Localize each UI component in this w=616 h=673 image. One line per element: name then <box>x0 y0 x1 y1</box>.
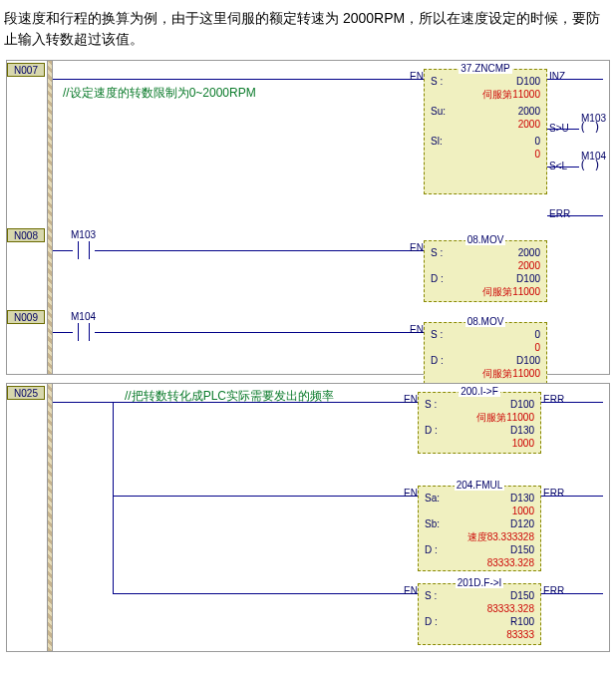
wire <box>95 332 424 333</box>
block-title: 08.MOV <box>431 315 540 328</box>
wire <box>53 402 113 403</box>
wire <box>53 332 73 333</box>
ladder-diagram-1: N007 //设定速度的转数限制为0~2000RPM EN 37.ZNCMP S… <box>6 60 610 375</box>
contact-m103-label: M103 <box>71 229 96 240</box>
pin-en: EN <box>404 585 418 596</box>
wire <box>547 167 579 168</box>
pin-en: EN <box>410 324 424 335</box>
rung-n009: N009 <box>7 310 45 324</box>
wire <box>541 496 603 497</box>
pin-en: EN <box>410 71 424 82</box>
pin-en: EN <box>410 242 424 253</box>
wire <box>113 402 114 593</box>
block-title: 08.MOV <box>431 233 540 246</box>
wire <box>547 129 579 130</box>
block-ftoi: 201D.F->I S :D150 83333.328 D :R100 8333… <box>418 583 541 645</box>
block-title: 204.FMUL <box>425 479 534 492</box>
wire <box>53 79 424 80</box>
rung-n008: N008 <box>7 228 45 242</box>
block-title: 201D.F->I <box>425 576 534 589</box>
ladder-diagram-2: N025 //把转数转化成PLC实际需要发出的频率 EN 200.I->F S … <box>6 383 610 652</box>
contact-m104-label: M104 <box>71 311 96 322</box>
rung-n025: N025 <box>7 386 45 400</box>
wire <box>113 496 418 497</box>
block-title: 37.ZNCMP <box>431 62 540 75</box>
spine-bar <box>47 384 53 651</box>
contact-m103 <box>73 241 95 259</box>
wire <box>547 215 603 216</box>
rung-n007: N007 <box>7 63 45 77</box>
spine-bar <box>47 61 53 374</box>
comment-freq-conv: //把转数转化成PLC实际需要发出的频率 <box>125 388 334 405</box>
wire <box>53 250 73 251</box>
block-zncmp: 37.ZNCMP S :D100 伺服第11000 Su:2000 2000 S… <box>424 69 547 194</box>
pin-err: ERR <box>543 488 564 499</box>
wire <box>95 250 424 251</box>
pin-inz: INZ <box>549 71 565 82</box>
wire <box>541 593 603 594</box>
block-itof: 200.I->F S :D100 伺服第11000 D :D130 1000 <box>418 392 541 454</box>
coil-m103: ( ) <box>579 121 601 135</box>
wire <box>547 79 603 80</box>
wire <box>113 593 418 594</box>
pin-err: ERR <box>549 208 570 219</box>
wire <box>541 402 603 403</box>
pin-en: EN <box>404 488 418 499</box>
coil-m104: ( ) <box>579 159 601 172</box>
pin-err: ERR <box>543 585 564 596</box>
comment-speed-limit: //设定速度的转数限制为0~2000RPM <box>63 85 256 102</box>
block-title: 200.I->F <box>425 385 534 398</box>
page-description: 段速度和行程的换算为例，由于这里伺服的额定转速为 2000RPM，所以在速度设定… <box>0 0 616 60</box>
contact-m104 <box>73 323 95 341</box>
block-mov1: 08.MOV S :2000 2000 D :D100 伺服第11000 <box>424 240 547 302</box>
block-fmul: 204.FMUL Sa:D130 1000 Sb:D120 速度83.33332… <box>418 486 541 571</box>
block-mov2: 08.MOV S :0 0 D :D100 伺服第11000 <box>424 322 547 384</box>
pin-en: EN <box>404 394 418 405</box>
pin-err: ERR <box>543 394 564 405</box>
